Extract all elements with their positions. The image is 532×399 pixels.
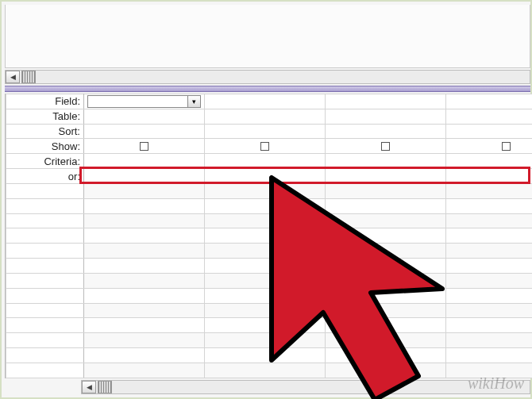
table-cell-2[interactable]: [326, 109, 446, 124]
criteria-cell-3[interactable]: [446, 154, 533, 169]
show-row-label: Show:: [6, 139, 84, 154]
or-cell-1[interactable]: [205, 169, 326, 184]
or-row-label: or:: [6, 169, 84, 184]
scroll-left-button[interactable]: ◀: [6, 71, 20, 83]
field-dropdown[interactable]: ▾: [87, 95, 201, 108]
query-design-grid: Field: ▾ Table:: [5, 94, 530, 378]
sort-cell-2[interactable]: [326, 124, 446, 139]
show-cell-0[interactable]: [84, 139, 205, 154]
sort-cell-3[interactable]: [446, 124, 533, 139]
criteria-row-label: Criteria:: [6, 154, 84, 169]
scroll-left-icon: ◀: [10, 73, 16, 81]
table-cell-1[interactable]: [205, 109, 326, 124]
or-cell-3[interactable]: [446, 169, 533, 184]
field-row: Field: ▾: [6, 94, 533, 109]
show-checkbox-0[interactable]: [140, 142, 148, 151]
criteria-cell-2[interactable]: [326, 154, 446, 169]
criteria-cell-1[interactable]: [205, 154, 326, 169]
sort-cell-0[interactable]: [84, 124, 205, 139]
scroll-left-button-lower[interactable]: ◀: [82, 381, 96, 393]
or-cell-0[interactable]: [84, 169, 205, 184]
scroll-thumb[interactable]: [21, 71, 36, 83]
criteria-row: Criteria:: [6, 154, 533, 169]
field-cell-2[interactable]: [326, 94, 446, 109]
or-row: or:: [6, 169, 533, 184]
show-cell-1[interactable]: [205, 139, 326, 154]
field-row-label: Field:: [6, 94, 84, 109]
criteria-cell-0[interactable]: [84, 154, 205, 169]
query-design-window: ◀ Field: ▾: [0, 0, 532, 399]
table-row: Table:: [6, 109, 533, 124]
tables-pane[interactable]: [5, 5, 530, 68]
field-cell-0[interactable]: ▾: [84, 94, 205, 109]
table-cell-3[interactable]: [446, 109, 533, 124]
show-checkbox-2[interactable]: [381, 142, 390, 151]
show-cell-2[interactable]: [326, 139, 446, 154]
pane-splitter[interactable]: [5, 86, 530, 92]
or-cell-2[interactable]: [326, 169, 446, 184]
table-row-label: Table:: [6, 109, 84, 124]
sort-row-label: Sort:: [6, 124, 84, 139]
sort-row: Sort:: [6, 124, 533, 139]
design-grid-table: Field: ▾ Table:: [6, 94, 532, 378]
table-cell-0[interactable]: [84, 109, 205, 124]
sort-cell-1[interactable]: [205, 124, 326, 139]
show-cell-3[interactable]: [446, 139, 533, 154]
scroll-thumb-lower[interactable]: [98, 381, 112, 393]
show-checkbox-1[interactable]: [260, 142, 269, 151]
field-cell-1[interactable]: [205, 94, 326, 109]
show-checkbox-3[interactable]: [502, 142, 511, 151]
scroll-left-icon: ◀: [87, 383, 92, 391]
lower-horizontal-scrollbar[interactable]: ◀: [81, 380, 530, 394]
show-row: Show:: [6, 139, 533, 154]
upper-horizontal-scrollbar[interactable]: ◀: [5, 70, 530, 84]
chevron-down-icon[interactable]: ▾: [187, 96, 200, 107]
field-cell-3[interactable]: [446, 94, 533, 109]
